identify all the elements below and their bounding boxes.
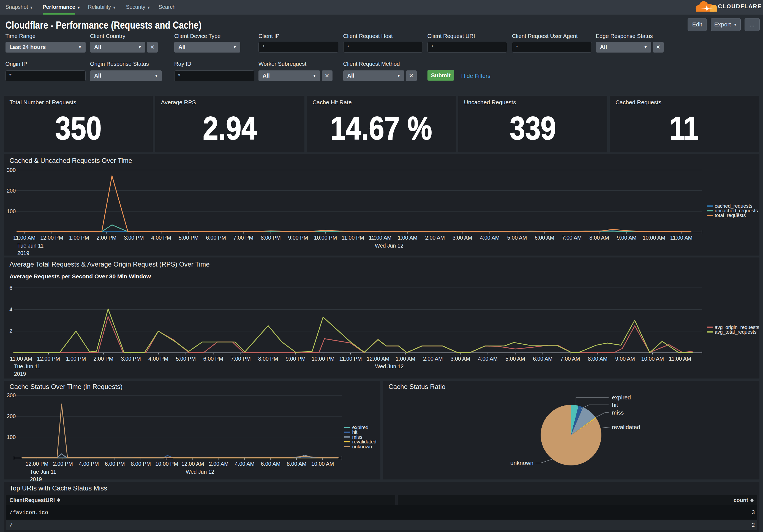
svg-text:Tue Jun 11: Tue Jun 11 bbox=[14, 363, 40, 369]
svg-text:9:00 AM: 9:00 AM bbox=[617, 235, 637, 241]
svg-text:Wed Jun 12: Wed Jun 12 bbox=[186, 469, 214, 475]
svg-text:3:00 AM: 3:00 AM bbox=[451, 356, 471, 362]
svg-text:2:00 PM: 2:00 PM bbox=[53, 461, 73, 467]
svg-text:11:00 PM: 11:00 PM bbox=[339, 356, 362, 362]
svg-text:8:00 AM: 8:00 AM bbox=[589, 235, 609, 241]
svg-text:total_requests: total_requests bbox=[714, 213, 746, 219]
svg-text:2:00 AM: 2:00 AM bbox=[423, 356, 443, 362]
svg-text:hit: hit bbox=[612, 401, 618, 408]
svg-text:2019: 2019 bbox=[14, 371, 26, 377]
svg-text:Tue Jun 11: Tue Jun 11 bbox=[17, 243, 44, 249]
svg-text:300: 300 bbox=[7, 167, 16, 173]
svg-text:1:00 PM: 1:00 PM bbox=[66, 356, 86, 362]
svg-text:Tue Jun 11: Tue Jun 11 bbox=[30, 469, 56, 475]
svg-text:4:00 PM: 4:00 PM bbox=[148, 356, 168, 362]
svg-text:4:00 AM: 4:00 AM bbox=[235, 461, 255, 467]
svg-text:300: 300 bbox=[7, 392, 16, 398]
svg-text:7:00 AM: 7:00 AM bbox=[560, 356, 580, 362]
svg-text:1:00 AM: 1:00 AM bbox=[395, 356, 415, 362]
svg-text:7:00 PM: 7:00 PM bbox=[233, 235, 254, 241]
svg-text:6:00 AM: 6:00 AM bbox=[261, 461, 281, 467]
svg-text:12:00 PM: 12:00 PM bbox=[37, 356, 60, 362]
svg-text:200: 200 bbox=[7, 188, 16, 194]
svg-text:7:00 AM: 7:00 AM bbox=[562, 235, 582, 241]
svg-text:4:00 AM: 4:00 AM bbox=[478, 356, 498, 362]
svg-text:1:00 PM: 1:00 PM bbox=[69, 235, 89, 241]
svg-text:6:00 PM: 6:00 PM bbox=[105, 461, 125, 467]
svg-text:2:00 PM: 2:00 PM bbox=[93, 356, 113, 362]
svg-text:4: 4 bbox=[9, 307, 12, 312]
svg-text:4:00 AM: 4:00 AM bbox=[480, 235, 499, 241]
svg-text:8:00 PM: 8:00 PM bbox=[261, 235, 281, 241]
svg-text:3:00 PM: 3:00 PM bbox=[121, 356, 141, 362]
svg-text:9:00 AM: 9:00 AM bbox=[615, 356, 635, 362]
svg-text:unknown: unknown bbox=[352, 444, 372, 449]
svg-text:2:00 PM: 2:00 PM bbox=[97, 235, 117, 241]
svg-text:2019: 2019 bbox=[30, 476, 42, 482]
svg-text:4:00 PM: 4:00 PM bbox=[79, 461, 99, 467]
svg-text:100: 100 bbox=[7, 434, 16, 440]
svg-text:6: 6 bbox=[9, 285, 12, 291]
svg-text:2: 2 bbox=[9, 328, 12, 334]
svg-text:10:00 PM: 10:00 PM bbox=[155, 461, 178, 467]
svg-text:5:00 PM: 5:00 PM bbox=[176, 356, 196, 362]
svg-text:8:00 AM: 8:00 AM bbox=[287, 461, 307, 467]
svg-text:Wed Jun 12: Wed Jun 12 bbox=[375, 243, 403, 249]
svg-text:2:00 AM: 2:00 AM bbox=[209, 461, 229, 467]
svg-text:Wed Jun 12: Wed Jun 12 bbox=[375, 363, 404, 369]
svg-text:3:00 AM: 3:00 AM bbox=[453, 235, 472, 241]
svg-text:11:00 AM: 11:00 AM bbox=[670, 235, 693, 241]
svg-text:9:00 PM: 9:00 PM bbox=[286, 356, 306, 362]
svg-text:9:00 PM: 9:00 PM bbox=[288, 235, 308, 241]
svg-text:100: 100 bbox=[7, 208, 16, 214]
svg-text:unknown: unknown bbox=[510, 460, 533, 466]
svg-text:2019: 2019 bbox=[17, 250, 29, 256]
svg-text:5:00 PM: 5:00 PM bbox=[179, 235, 199, 241]
svg-text:miss: miss bbox=[612, 409, 624, 416]
svg-text:revalidated: revalidated bbox=[612, 424, 640, 430]
svg-text:12:00 PM: 12:00 PM bbox=[40, 235, 63, 241]
svg-text:8:00 PM: 8:00 PM bbox=[131, 461, 151, 467]
svg-text:4:00 PM: 4:00 PM bbox=[151, 235, 171, 241]
svg-text:3:00 PM: 3:00 PM bbox=[124, 235, 144, 241]
svg-text:5:00 AM: 5:00 AM bbox=[505, 356, 525, 362]
svg-text:10:00 AM: 10:00 AM bbox=[641, 356, 664, 362]
svg-text:avg_total_requests: avg_total_requests bbox=[714, 329, 756, 335]
svg-text:expired: expired bbox=[612, 394, 631, 400]
svg-text:6:00 PM: 6:00 PM bbox=[203, 356, 223, 362]
svg-text:6:00 AM: 6:00 AM bbox=[533, 356, 553, 362]
svg-text:11:00 AM: 11:00 AM bbox=[13, 235, 36, 241]
svg-text:10:00 AM: 10:00 AM bbox=[311, 461, 334, 467]
svg-text:8:00 PM: 8:00 PM bbox=[258, 356, 278, 362]
svg-text:200: 200 bbox=[7, 413, 16, 419]
svg-text:12:00 AM: 12:00 AM bbox=[181, 461, 204, 467]
svg-text:11:00 AM: 11:00 AM bbox=[10, 356, 32, 362]
svg-text:12:00 AM: 12:00 AM bbox=[369, 235, 391, 241]
svg-text:8:00 AM: 8:00 AM bbox=[588, 356, 607, 362]
svg-text:11:00 PM: 11:00 PM bbox=[342, 235, 364, 241]
svg-text:1:00 AM: 1:00 AM bbox=[398, 235, 418, 241]
svg-text:6:00 AM: 6:00 AM bbox=[535, 235, 554, 241]
svg-text:2:00 AM: 2:00 AM bbox=[425, 235, 445, 241]
svg-text:10:00 PM: 10:00 PM bbox=[314, 235, 337, 241]
svg-text:12:00 AM: 12:00 AM bbox=[367, 356, 389, 362]
svg-text:5:00 AM: 5:00 AM bbox=[507, 235, 527, 241]
svg-text:10:00 PM: 10:00 PM bbox=[312, 356, 334, 362]
svg-text:12:00 PM: 12:00 PM bbox=[26, 461, 49, 467]
svg-text:11:00 AM: 11:00 AM bbox=[669, 356, 691, 362]
svg-text:10:00 AM: 10:00 AM bbox=[643, 235, 665, 241]
svg-text:6:00 PM: 6:00 PM bbox=[206, 235, 226, 241]
svg-text:7:00 PM: 7:00 PM bbox=[231, 356, 251, 362]
